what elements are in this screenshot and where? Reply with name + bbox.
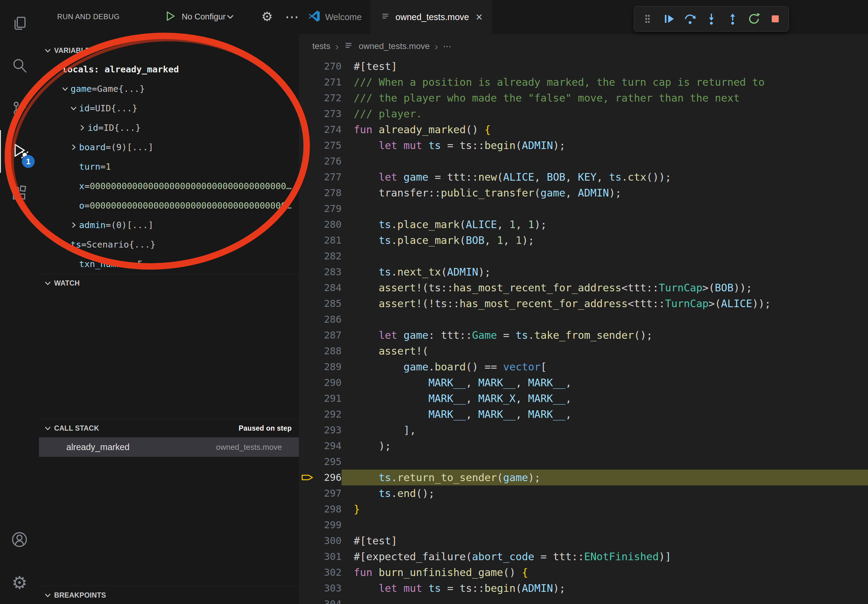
variable-row[interactable]: ts = Scenario{...} [39,235,299,254]
line-number: 296 [316,469,341,485]
code-line[interactable]: 293 ], [299,422,868,438]
code-line[interactable]: 273/// player. [299,106,868,122]
code-line[interactable]: 292 MARK__, MARK__, MARK__, [299,406,868,422]
code-line[interactable]: 277 let game = ttt::new(ALICE, BOB, KEY,… [299,169,868,185]
debug-config-dropdown[interactable]: No Configur [182,12,249,22]
breadcrumb-item-symbol[interactable]: ⋯ [443,41,451,51]
line-number: 272 [316,90,341,106]
line-number: 288 [316,343,341,359]
code-line[interactable]: 284 assert!(ts::has_most_recent_for_addr… [299,280,868,296]
code-line[interactable]: 294 ); [299,438,868,454]
variables-scope-row[interactable]: locals: already_marked [39,60,299,79]
tab-owned-tests-move[interactable]: owned_tests.move × [371,0,492,34]
call-stack-section-header[interactable]: CALL STACK Paused on step [39,419,299,437]
tab-welcome[interactable]: Welcome [299,0,371,34]
variable-row[interactable]: x = 000000000000000000000000000000000000… [39,177,299,196]
debug-config-label: No Configur [182,12,226,22]
variable-row[interactable]: admin = (0)[...] [39,215,299,235]
code-line[interactable]: 281 ts.place_mark(BOB, 1, 1); [299,232,868,248]
variable-row[interactable]: txn_number = 5 [39,254,299,274]
account-button[interactable] [0,519,39,561]
code-line[interactable]: 271/// When a position is already marked… [299,74,868,90]
code-area[interactable]: 270#[test]271/// When a position is alre… [299,58,868,604]
code-line[interactable]: 304 [299,596,868,604]
code-line[interactable]: 272/// the player who made the "false" m… [299,90,868,106]
chevron-down-icon[interactable] [51,65,62,73]
breakpoints-section-header[interactable]: BREAKPOINTS [39,586,299,604]
source-control-button[interactable] [0,88,39,130]
close-icon[interactable]: × [476,11,482,24]
start-debugging-button[interactable] [164,10,177,23]
code-line[interactable]: 274fun already_marked() { [299,122,868,138]
step-into-button[interactable] [702,9,721,29]
chevron-down-icon[interactable] [60,85,71,93]
code-line[interactable]: 278 transfer::public_transfer(game, ADMI… [299,185,868,201]
toolbar-drag-handle[interactable] [638,9,657,29]
more-actions-icon[interactable]: ⋯ [285,10,299,24]
code-line[interactable]: 282 [299,248,868,264]
step-out-icon [726,12,740,26]
variable-row[interactable]: id = ID{...} [39,118,299,138]
code-line[interactable]: 297 ts.end(); [299,485,868,501]
code-line[interactable]: 289 game.board() == vector[ [299,359,868,375]
step-over-button[interactable] [680,9,700,29]
code-line[interactable]: 299 [299,517,868,533]
explorer-button[interactable] [0,2,39,45]
gear-icon[interactable]: ⚙ [261,10,273,23]
variable-row[interactable]: o = 000000000000000000000000000000000000… [39,196,299,215]
run-and-debug-button[interactable]: 1 [0,130,39,173]
restart-button[interactable] [744,9,764,29]
search-button[interactable] [0,45,39,88]
extensions-button[interactable] [0,173,39,215]
variable-row[interactable]: id = UID{...} [39,99,299,118]
code-line[interactable]: 302fun burn_unfinished_game() { [299,564,868,580]
code-line[interactable]: 287 let game: ttt::Game = ts.take_from_s… [299,327,868,343]
code-text: MARK__, MARK_X, MARK__, [341,390,868,406]
code-line[interactable]: 291 MARK__, MARK_X, MARK__, [299,390,868,406]
watch-section-header[interactable]: WATCH [39,274,299,292]
code-line[interactable]: 270#[test] [299,58,868,74]
breakpoints-section-label: BREAKPOINTS [54,591,106,599]
breadcrumb-item-file[interactable]: owned_tests.move [358,41,429,51]
equals-sign: = [132,259,138,269]
step-out-button[interactable] [723,9,742,29]
variables-section-header[interactable]: VARIABLES [39,34,299,60]
code-line[interactable]: 296 ts.return_to_sender(game); [299,469,868,485]
code-text: /// the player who made the "false" move… [341,90,868,106]
chevron-down-icon [44,46,52,54]
code-line[interactable]: 283 ts.next_tx(ADMIN); [299,264,868,280]
breadcrumb-item-tests[interactable]: tests [312,41,330,51]
code-line[interactable]: 276 [299,153,868,169]
breakpoint-gutter [299,359,316,375]
code-line[interactable]: 303 let mut ts = ts::begin(ADMIN); [299,580,868,596]
chevron-down-icon[interactable] [68,104,79,112]
continue-button[interactable] [659,9,679,29]
settings-button[interactable]: ⚙ [0,561,39,604]
line-number: 303 [316,580,341,596]
variable-row[interactable]: board = (9)[...] [39,138,299,157]
equals-sign: = [90,103,95,113]
variable-row[interactable]: game = Game{...} [39,79,299,99]
code-line[interactable]: 286 [299,311,868,327]
chevron-right-icon[interactable] [68,221,79,229]
code-line[interactable]: 280 ts.place_mark(ALICE, 1, 1); [299,217,868,232]
frame-file: owned_tests.move [216,443,282,452]
code-line[interactable]: 301#[expected_failure(abort_code = ttt::… [299,549,868,564]
variable-name: id [79,103,90,113]
code-line[interactable]: 285 assert!(!ts::has_most_recent_for_add… [299,296,868,311]
variable-row[interactable]: turn = 1 [39,157,299,177]
code-line[interactable]: 300#[test] [299,533,868,549]
call-stack-frame[interactable]: already_marked owned_tests.move [39,437,299,457]
stop-button[interactable] [766,9,785,29]
chevron-right-icon[interactable] [77,124,88,132]
code-line[interactable]: 290 MARK__, MARK__, MARK__, [299,375,868,390]
code-line[interactable]: 295 [299,454,868,469]
chevron-right-icon[interactable] [68,143,79,151]
tab-label: owned_tests.move [395,12,469,22]
chevron-down-icon[interactable] [60,240,71,248]
debug-toolbar [634,6,789,32]
code-line[interactable]: 298} [299,501,868,517]
code-line[interactable]: 279 [299,201,868,217]
code-line[interactable]: 288 assert!( [299,343,868,359]
code-line[interactable]: 275 let mut ts = ts::begin(ADMIN); [299,138,868,153]
